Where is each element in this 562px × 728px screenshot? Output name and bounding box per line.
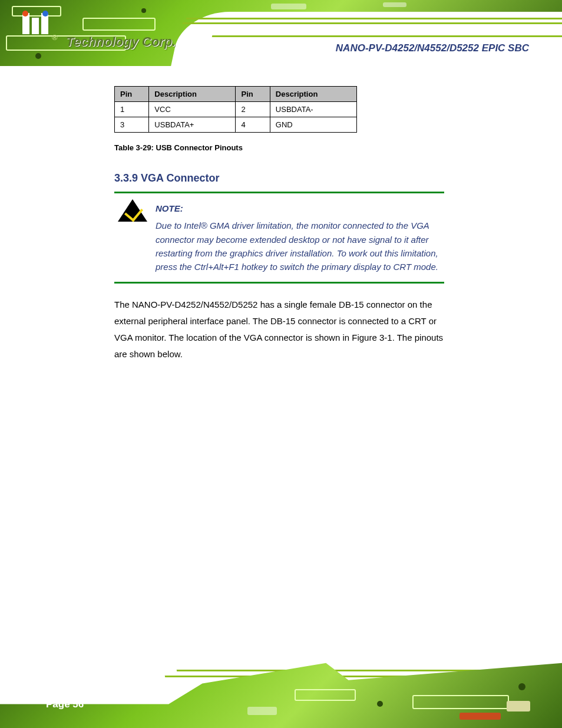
table-cell: USBDATA+ xyxy=(149,117,236,133)
page-footer: Page 56 xyxy=(0,660,562,728)
page-header: ® Technology Corp. NANO-PV-D4252/N4552/D… xyxy=(0,0,562,66)
pinout-table: Pin Description Pin Description 1 VCC 2 … xyxy=(114,86,357,133)
note-callout: NOTE: Due to Intel® GMA driver limitatio… xyxy=(114,192,444,284)
note-body-text: Due to Intel® GMA driver limitation, the… xyxy=(156,220,438,272)
table-header: Pin xyxy=(115,87,149,102)
table-cell: USBDATA- xyxy=(270,102,356,117)
header-white-sweep xyxy=(171,12,562,66)
iei-logo: ® xyxy=(22,13,48,34)
note-bottom-rule xyxy=(114,282,444,284)
table-cell: 1 xyxy=(115,102,149,117)
header-stripe xyxy=(186,18,562,19)
table-header: Description xyxy=(149,87,236,102)
logo-dot-blue xyxy=(42,11,48,17)
table-cell: 4 xyxy=(236,117,270,133)
page-content: Pin Description Pin Description 1 VCC 2 … xyxy=(114,86,444,362)
body-paragraph: The NANO-PV-D4252/N4552/D5252 has a sing… xyxy=(114,297,444,362)
table-header-row: Pin Description Pin Description xyxy=(115,87,357,102)
section-title: VGA Connector xyxy=(141,172,219,184)
section-heading: 3.3.9 VGA Connector xyxy=(114,172,444,185)
logo-dot-orange xyxy=(22,11,28,17)
table-caption: Table 3-29: USB Connector Pinouts xyxy=(114,143,444,152)
note-text: NOTE: Due to Intel® GMA driver limitatio… xyxy=(156,199,444,274)
header-stripe xyxy=(212,35,562,37)
page-number: Page 56 xyxy=(46,699,84,710)
table-row: 3 USBDATA+ 4 GND xyxy=(115,117,357,133)
header-stripe xyxy=(183,22,562,24)
note-check-icon xyxy=(118,199,147,222)
section-number: 3.3.9 xyxy=(114,172,138,184)
table-cell: 3 xyxy=(115,117,149,133)
document-title: NANO-PV-D4252/N4552/D5252 EPIC SBC xyxy=(336,42,529,54)
note-heading: NOTE: xyxy=(156,202,444,215)
table-header: Pin xyxy=(236,87,270,102)
table-row: 1 VCC 2 USBDATA- xyxy=(115,102,357,117)
table-cell: GND xyxy=(270,117,356,133)
logo-tagline: Technology Corp. xyxy=(66,34,176,50)
registered-mark: ® xyxy=(52,33,58,42)
table-cell: VCC xyxy=(149,102,236,117)
table-header: Description xyxy=(270,87,356,102)
table-cell: 2 xyxy=(236,102,270,117)
